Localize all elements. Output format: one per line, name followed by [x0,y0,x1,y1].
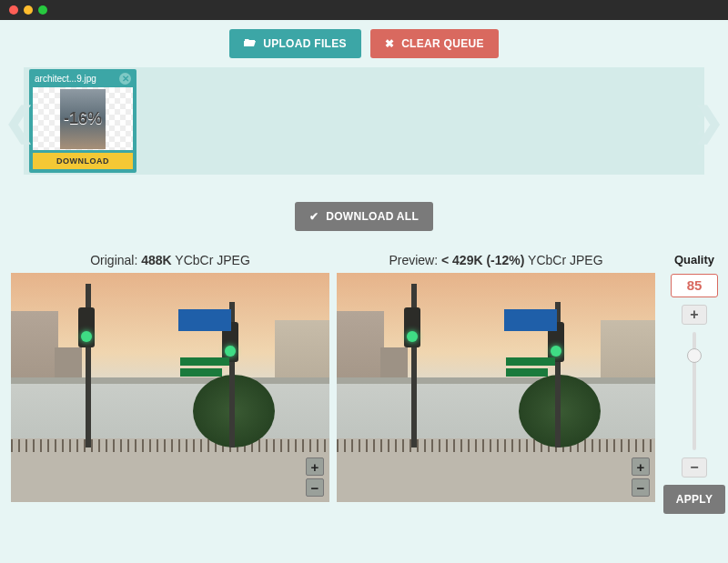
queue-item[interactable]: architect...9.jpg ✕ -16% DOWNLOAD [29,69,136,173]
quality-panel: Quality 85 + − APPLY [662,253,726,514]
queue-item-thumbnail: -16% [33,87,133,150]
upload-files-label: UPLOAD FILES [263,37,347,50]
original-size: 488K [141,253,171,267]
quality-slider-thumb[interactable] [687,348,702,363]
upload-files-button[interactable]: UPLOAD FILES [229,29,361,58]
queue-item-filename: architect...9.jpg [35,74,96,84]
queue-strip: architect...9.jpg ✕ -16% DOWNLOAD [24,67,704,175]
original-column: Original: 488K YCbCr JPEG + − [11,253,329,514]
clear-queue-button[interactable]: ✖ CLEAR QUEUE [370,29,499,58]
original-zoom-out-button[interactable]: − [306,478,324,497]
clear-queue-label: CLEAR QUEUE [401,37,484,50]
top-toolbar: UPLOAD FILES ✖ CLEAR QUEUE [0,20,728,67]
original-zoom-controls: + − [306,457,324,497]
preview-zoom-controls: + − [632,457,650,497]
quality-decrement-button[interactable]: − [682,457,707,478]
close-window-dot[interactable] [9,5,18,15]
preview-size: < 429K (-12%) [441,253,524,267]
queue-next-arrow[interactable]: ❯ [693,99,724,144]
download-all-button[interactable]: ✔ DOWNLOAD ALL [295,202,433,231]
compare-section: Original: 488K YCbCr JPEG + − Preview: <… [0,253,728,514]
preview-image-viewport[interactable]: + − [337,273,655,502]
apply-button[interactable]: APPLY [663,485,725,514]
quality-increment-button[interactable]: + [682,305,707,325]
preview-caption: Preview: < 429K (-12%) YCbCr JPEG [337,253,655,267]
queue-prev-arrow[interactable]: ❮ [4,99,35,144]
folder-open-icon [244,37,256,50]
queue-item-download-button[interactable]: DOWNLOAD [33,153,133,169]
apply-label: APPLY [676,493,713,506]
window-titlebar [0,0,728,20]
queue-item-savings: -16% [64,109,102,128]
original-caption: Original: 488K YCbCr JPEG [11,253,329,267]
preview-zoom-in-button[interactable]: + [632,457,650,476]
queue-section: ❮ ❯ architect...9.jpg ✕ -16% DOWNLOAD [0,67,728,175]
queue-item-header: architect...9.jpg ✕ [33,73,133,87]
download-all-row: ✔ DOWNLOAD ALL [0,175,728,253]
quality-value-input[interactable]: 85 [671,274,718,297]
clear-icon: ✖ [385,37,394,50]
quality-slider[interactable] [690,332,699,450]
original-zoom-in-button[interactable]: + [306,457,324,476]
original-suffix: YCbCr JPEG [172,253,250,267]
quality-label: Quality [674,253,714,266]
preview-suffix: YCbCr JPEG [524,253,602,267]
preview-column: Preview: < 429K (-12%) YCbCr JPEG + − [337,253,655,514]
download-all-label: DOWNLOAD ALL [326,210,419,223]
original-image-viewport[interactable]: + − [11,273,329,502]
preview-zoom-out-button[interactable]: − [632,478,650,497]
original-prefix: Original: [90,253,141,267]
minimize-window-dot[interactable] [24,5,33,15]
maximize-window-dot[interactable] [38,5,47,15]
queue-item-remove-icon[interactable]: ✕ [119,73,131,85]
preview-prefix: Preview: [389,253,441,267]
check-icon: ✔ [309,210,318,223]
